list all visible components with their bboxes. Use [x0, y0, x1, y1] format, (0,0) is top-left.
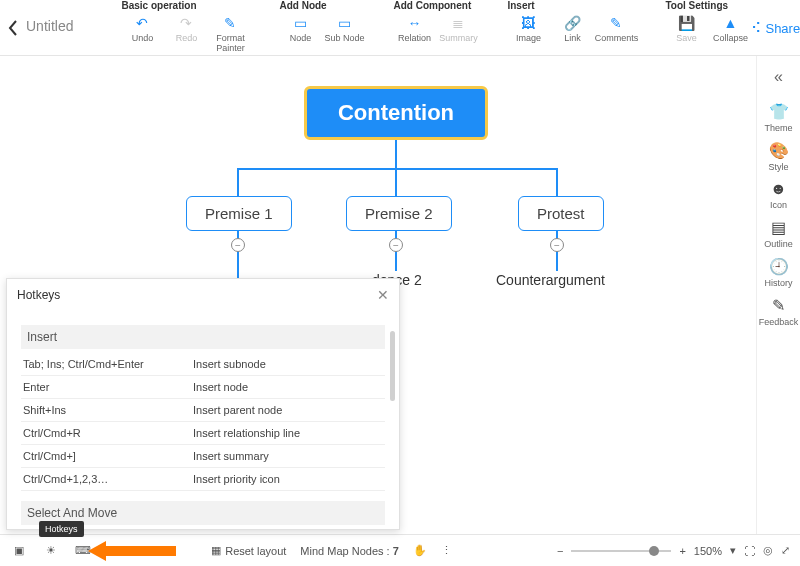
close-icon[interactable]: ✕	[377, 287, 389, 303]
hotkey-desc: Insert parent node	[193, 404, 383, 416]
hotkey-desc: Insert subnode	[193, 358, 383, 370]
format-painter-button[interactable]: ✎Format Painter	[209, 13, 251, 53]
fit-screen-icon[interactable]: ⛶	[744, 545, 755, 557]
zoom-menu-icon[interactable]: ▾	[730, 544, 736, 557]
link-label: Link	[564, 33, 581, 43]
reset-layout-button[interactable]: Reset layout	[225, 545, 286, 557]
child-node-premise-2[interactable]: Premise 2	[346, 196, 452, 231]
hotkey-key: Ctrl/Cmd+]	[23, 450, 193, 462]
hotkeys-panel: Hotkeys ✕ InsertTab; Ins; Ctrl/Cmd+Enter…	[6, 278, 400, 530]
comments-icon: ✎	[608, 15, 624, 31]
save-label: Save	[676, 33, 697, 43]
summary-icon: ≣	[450, 15, 466, 31]
image-button[interactable]: 🖼Image	[507, 13, 549, 43]
toolgroup-label: Tool Settings	[665, 0, 751, 11]
format-painter-label: Format Painter	[209, 33, 251, 53]
image-label: Image	[516, 33, 541, 43]
zoom-slider[interactable]	[571, 550, 671, 552]
undo-label: Undo	[132, 33, 154, 43]
subnode-label: Sub Node	[324, 33, 364, 43]
sidebar-item-theme[interactable]: 👕Theme	[759, 102, 799, 133]
collapse-label: Collapse	[713, 33, 748, 43]
hotkey-row: EnterInsert node	[21, 376, 385, 399]
summary-label: Summary	[439, 33, 478, 43]
zoom-out-button[interactable]: −	[557, 545, 563, 557]
relation-label: Relation	[398, 33, 431, 43]
image-icon: 🖼	[520, 15, 536, 31]
subnode-button[interactable]: ▭Sub Node	[323, 13, 365, 43]
child-node-protest[interactable]: Protest	[518, 196, 604, 231]
collapse-toggle[interactable]: −	[550, 238, 564, 252]
sidebar-item-label: Icon	[770, 200, 787, 210]
share-label: Share	[765, 21, 800, 36]
hotkey-desc: Insert priority icon	[193, 473, 383, 485]
hotkeys-tooltip: Hotkeys	[39, 521, 84, 537]
collapse-toggle[interactable]: −	[389, 238, 403, 252]
node-icon: ▭	[292, 15, 308, 31]
comments-button[interactable]: ✎Comments	[595, 13, 637, 43]
top-toolbar: Untitled Basic operation↶Undo↷Redo✎Forma…	[0, 0, 800, 56]
more-icon[interactable]: ⋮	[441, 544, 452, 557]
sidebar-item-label: Outline	[764, 239, 793, 249]
node-button[interactable]: ▭Node	[279, 13, 321, 43]
format-painter-icon: ✎	[222, 15, 238, 31]
subnode-icon: ▭	[336, 15, 352, 31]
link-button[interactable]: 🔗Link	[551, 13, 593, 43]
scrollbar[interactable]	[390, 331, 395, 401]
root-node[interactable]: Contention	[304, 86, 488, 140]
hotkey-desc: Insert summary	[193, 450, 383, 462]
relation-icon: ↔	[406, 15, 422, 31]
undo-icon: ↶	[134, 15, 150, 31]
hotkey-section: Insert	[21, 325, 385, 349]
collapse-button[interactable]: ▲Collapse	[709, 13, 751, 43]
save-icon: 💾	[678, 15, 694, 31]
sidebar-item-style[interactable]: 🎨Style	[759, 141, 799, 172]
sidebar-item-label: History	[764, 278, 792, 288]
sidebar-collapse[interactable]: «	[774, 68, 783, 86]
save-button: 💾Save	[665, 13, 707, 43]
style-icon: 🎨	[769, 141, 789, 160]
brightness-icon[interactable]: ☀	[42, 542, 60, 560]
callout-arrow-icon	[88, 539, 178, 563]
right-sidebar: « 👕Theme🎨Style☻Icon▤Outline🕘History✎Feed…	[756, 56, 800, 534]
sidebar-item-outline[interactable]: ▤Outline	[759, 218, 799, 249]
child-node-premise-1[interactable]: Premise 1	[186, 196, 292, 231]
collapse-toggle[interactable]: −	[231, 238, 245, 252]
hand-tool-icon[interactable]: ✋	[413, 544, 427, 557]
hotkey-desc: Insert node	[193, 381, 383, 393]
summary-button: ≣Summary	[437, 13, 479, 43]
toolgroup-label: Insert	[507, 0, 637, 11]
sidebar-item-label: Feedback	[759, 317, 799, 327]
hotkey-key: Enter	[23, 381, 193, 393]
document-title[interactable]: Untitled	[18, 0, 81, 34]
toolgroup-label: Basic operation	[121, 0, 251, 11]
hotkey-key: Shift+Ins	[23, 404, 193, 416]
undo-button[interactable]: ↶Undo	[121, 13, 163, 53]
outline-icon: ▤	[771, 218, 786, 237]
center-icon[interactable]: ◎	[763, 544, 773, 557]
collapse-icon: ▲	[722, 15, 738, 31]
hotkey-key: Ctrl/Cmd+R	[23, 427, 193, 439]
grandchild-node[interactable]: Counterargument	[496, 272, 605, 288]
hotkey-key: Tab; Ins; Ctrl/Cmd+Enter	[23, 358, 193, 370]
redo-label: Redo	[176, 33, 198, 43]
fullscreen-icon[interactable]: ⤢	[781, 544, 790, 557]
hotkey-row: Shift+InsInsert parent node	[21, 399, 385, 422]
nodes-count-label: Mind Map Nodes :	[300, 545, 389, 557]
feedback-icon: ✎	[772, 296, 785, 315]
relation-button[interactable]: ↔Relation	[393, 13, 435, 43]
svg-marker-0	[88, 541, 176, 561]
back-button[interactable]	[8, 0, 18, 56]
hotkey-row: Ctrl/Cmd+]Insert summary	[21, 445, 385, 468]
sidebar-item-icon[interactable]: ☻Icon	[759, 180, 799, 210]
share-button[interactable]: ⠪Share	[751, 20, 800, 36]
hotkey-desc: Insert relationship line	[193, 427, 383, 439]
sidebar-item-feedback[interactable]: ✎Feedback	[759, 296, 799, 327]
zoom-in-button[interactable]: +	[679, 545, 685, 557]
sidebar-item-history[interactable]: 🕘History	[759, 257, 799, 288]
theme-toggle-icon[interactable]: ▣	[10, 542, 28, 560]
icon-icon: ☻	[770, 180, 787, 198]
share-icon: ⠪	[751, 20, 761, 36]
toolgroup-label: Add Component	[393, 0, 479, 11]
sidebar-item-label: Theme	[764, 123, 792, 133]
